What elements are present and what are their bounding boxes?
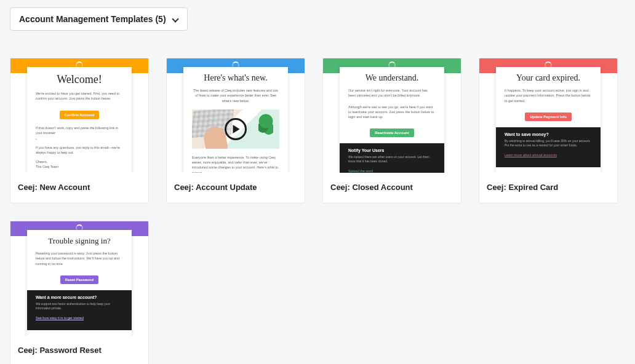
preview-button: Update Payment Info [525,113,572,121]
preview-dark-title: Want to save money? [505,132,592,136]
preview-text: The latest release of Ceej includes new … [192,88,279,103]
template-card[interactable]: Here's what's new. The latest release of… [166,58,305,204]
preview-text: If you have any questions, just reply to… [36,145,123,156]
preview-heading: Welcome! [27,67,132,86]
preview-heading: Here's what's new. [183,67,288,83]
chevron-down-icon [172,16,178,22]
template-preview: Welcome! We're excited to have you get s… [10,58,148,173]
preview-dark-body: By switching to annual billing, you'll s… [505,139,592,148]
preview-text: The Ceej Team [36,164,123,169]
preview-button: Reactivate Account [370,129,413,137]
preview-heading: We understand. [340,67,444,83]
preview-dark-panel: Want to save money? By switching to annu… [496,127,601,167]
preview-heading: Your card expired. [496,67,601,83]
preview-text: If that doesn't work, copy and paste the… [36,125,123,136]
preview-dark-body: We noticed there are other users on your… [348,155,436,164]
template-title: Ceej: Expired Card [479,173,617,203]
template-title: Ceej: New Account [10,173,148,203]
preview-dark-panel: Notify Your Users We noticed there are o… [340,143,444,173]
preview-heading: Trouble signing in? [27,230,132,246]
templates-grid: Welcome! We're excited to have you get s… [10,58,625,364]
preview-dark-panel: Want a more secure account? We support t… [27,290,132,330]
preview-link: See how easy it is to get started [36,316,84,320]
group-dropdown-label: Account Management Templates (5) [19,14,166,24]
template-title: Ceej: Account Update [167,173,305,203]
template-title: Ceej: Password Reset [10,336,148,364]
preview-dark-body: We support two-factor authentication to … [36,302,123,311]
template-card[interactable]: We understand. Our service isn't right f… [322,58,461,204]
preview-text: Resetting your password is easy. Just pr… [36,251,123,266]
preview-button: Reset Password [60,275,98,284]
template-preview: Your card expired. It happens. To keep y… [479,58,617,173]
preview-dark-title: Want a more secure account? [36,295,123,299]
template-preview: We understand. Our service isn't right f… [323,58,461,173]
preview-text: We're excited to have you get started. F… [36,91,123,101]
preview-video [192,109,279,149]
template-card[interactable]: Your card expired. It happens. To keep y… [479,58,618,204]
template-preview: Here's what's new. The latest release of… [167,58,305,173]
preview-text: It happens. To keep your account active,… [505,88,592,103]
preview-text: Everyone likes a better experience. To m… [192,155,279,173]
preview-text: Although we're sad to see you go, we're … [348,105,436,120]
template-preview: Trouble signing in? Resetting your passw… [10,221,148,336]
preview-dark-title: Notify Your Users [348,148,436,152]
preview-text: Our service isn't right for everyone. Yo… [348,88,436,98]
template-card[interactable]: Trouble signing in? Resetting your passw… [10,221,149,364]
group-dropdown[interactable]: Account Management Templates (5) [10,7,188,31]
template-title: Ceej: Closed Account [323,173,461,203]
template-card[interactable]: Welcome! We're excited to have you get s… [10,58,149,204]
preview-text: Cheers, [36,159,123,164]
preview-link: Learn more about annual accounts [505,153,557,157]
play-icon [225,118,247,140]
preview-link: Spread the word [348,169,373,173]
preview-link [36,135,110,139]
preview-button: Confirm Account [60,111,99,119]
